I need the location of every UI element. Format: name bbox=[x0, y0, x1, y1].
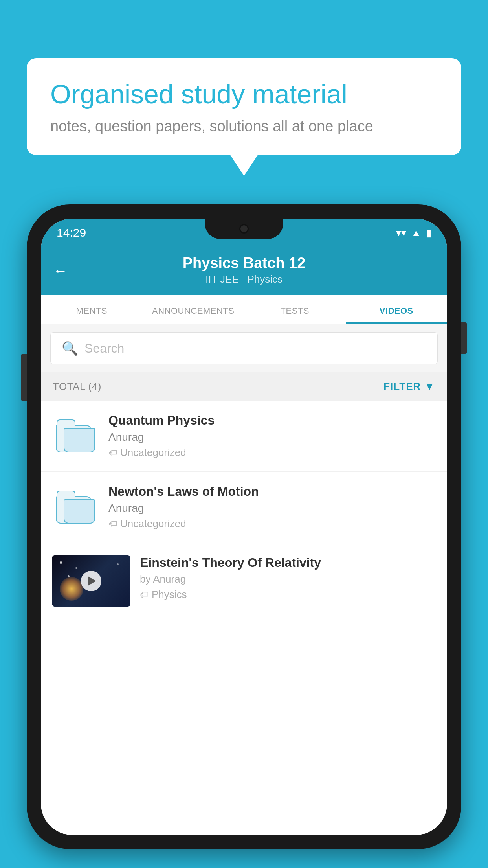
phone-camera bbox=[239, 224, 249, 234]
header-title: Physics Batch 12 bbox=[57, 255, 431, 272]
filter-button[interactable]: FILTER ▼ bbox=[383, 380, 435, 393]
header-subtitle: IIT JEE Physics bbox=[57, 273, 431, 285]
folder-icon bbox=[56, 488, 95, 524]
video-title: Einstein's Theory Of Relativity bbox=[140, 555, 436, 570]
phone-screen: 14:29 ▾▾ ▲ ▮ ← Physics Batch 12 IIT JEE … bbox=[41, 219, 447, 835]
video-info: Newton's Laws of Motion Anurag 🏷 Uncateg… bbox=[108, 484, 436, 530]
video-thumbnail bbox=[52, 555, 130, 607]
video-info: Einstein's Theory Of Relativity by Anura… bbox=[140, 555, 436, 601]
app-header: ← Physics Batch 12 IIT JEE Physics bbox=[41, 247, 447, 295]
battery-icon: ▮ bbox=[426, 227, 431, 239]
tab-announcements[interactable]: ANNOUNCEMENTS bbox=[143, 295, 244, 324]
tag-icon: 🏷 bbox=[140, 590, 149, 600]
search-bar-container: 🔍 Search bbox=[41, 324, 447, 372]
video-tag: 🏷 Physics bbox=[140, 588, 436, 601]
wifi-icon: ▾▾ bbox=[396, 227, 406, 239]
signal-icon: ▲ bbox=[411, 227, 421, 239]
status-time: 14:29 bbox=[57, 226, 86, 239]
list-item[interactable]: Newton's Laws of Motion Anurag 🏷 Uncateg… bbox=[41, 472, 447, 543]
tag-icon: 🏷 bbox=[108, 519, 117, 529]
phone-notch bbox=[205, 219, 283, 239]
video-title: Quantum Physics bbox=[108, 413, 436, 428]
video-author: by Anurag bbox=[140, 573, 436, 585]
video-title: Newton's Laws of Motion bbox=[108, 484, 436, 499]
folder-icon bbox=[56, 417, 95, 452]
speech-bubble-subtitle: notes, question papers, solutions all at… bbox=[50, 118, 438, 135]
tab-tests[interactable]: TESTS bbox=[244, 295, 346, 324]
video-list: Quantum Physics Anurag 🏷 Uncategorized bbox=[41, 401, 447, 619]
search-placeholder: Search bbox=[84, 341, 124, 356]
search-icon: 🔍 bbox=[62, 340, 78, 356]
header-tag-iit: IIT JEE bbox=[205, 273, 239, 285]
status-icons: ▾▾ ▲ ▮ bbox=[396, 227, 431, 239]
total-label: TOTAL (4) bbox=[53, 381, 101, 393]
video-info: Quantum Physics Anurag 🏷 Uncategorized bbox=[108, 413, 436, 459]
filter-funnel-icon: ▼ bbox=[424, 380, 435, 393]
video-tag: 🏷 Uncategorized bbox=[108, 447, 436, 459]
back-button[interactable]: ← bbox=[53, 263, 68, 279]
folder-thumbnail bbox=[52, 413, 99, 456]
tab-videos[interactable]: VIDEOS bbox=[346, 295, 448, 324]
tab-ments[interactable]: MENTS bbox=[41, 295, 143, 324]
video-author: Anurag bbox=[108, 502, 436, 515]
folder-thumbnail bbox=[52, 484, 99, 528]
search-bar[interactable]: 🔍 Search bbox=[50, 332, 438, 364]
tag-label: Uncategorized bbox=[120, 518, 186, 530]
filter-bar: TOTAL (4) FILTER ▼ bbox=[41, 372, 447, 401]
phone-container: 14:29 ▾▾ ▲ ▮ ← Physics Batch 12 IIT JEE … bbox=[27, 204, 461, 849]
folder-front bbox=[64, 428, 95, 452]
tag-icon: 🏷 bbox=[108, 448, 117, 458]
speech-bubble: Organised study material notes, question… bbox=[27, 58, 461, 155]
tabs-bar: MENTS ANNOUNCEMENTS TESTS VIDEOS bbox=[41, 295, 447, 324]
list-item[interactable]: Quantum Physics Anurag 🏷 Uncategorized bbox=[41, 401, 447, 472]
video-tag: 🏷 Uncategorized bbox=[108, 518, 436, 530]
play-button[interactable] bbox=[81, 571, 101, 591]
tag-label: Physics bbox=[152, 588, 187, 601]
filter-label: FILTER bbox=[383, 381, 421, 393]
folder-front bbox=[64, 499, 95, 524]
tag-label: Uncategorized bbox=[120, 447, 186, 459]
speech-bubble-title: Organised study material bbox=[50, 79, 438, 109]
phone-shell: 14:29 ▾▾ ▲ ▮ ← Physics Batch 12 IIT JEE … bbox=[27, 204, 461, 849]
list-item[interactable]: Einstein's Theory Of Relativity by Anura… bbox=[41, 543, 447, 619]
play-icon bbox=[88, 576, 96, 586]
header-tag-physics: Physics bbox=[247, 273, 283, 285]
video-author: Anurag bbox=[108, 431, 436, 443]
